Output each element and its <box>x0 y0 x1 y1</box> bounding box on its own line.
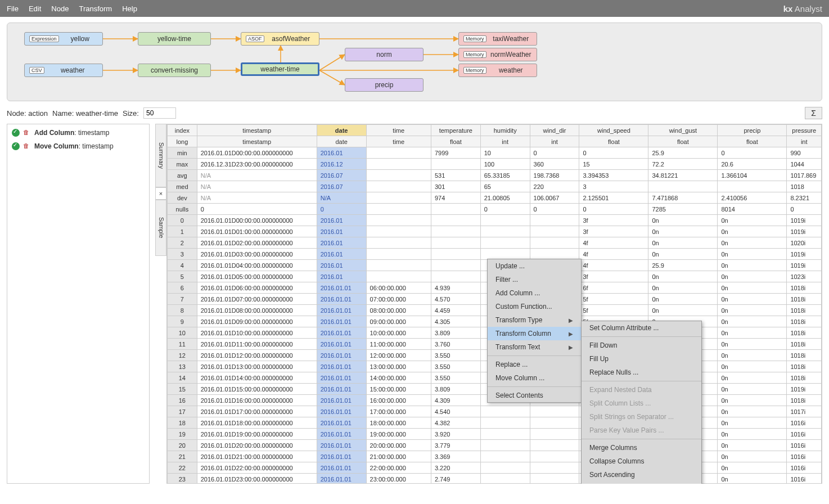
menu-item: Expand Nested Data <box>582 383 701 397</box>
menu-edit[interactable]: Edit <box>29 4 41 13</box>
graph-node-yt[interactable]: yellow-time <box>138 32 211 46</box>
table-row[interactable]: 202016.01.01D20:00:00.0000000002016.01.0… <box>168 440 822 451</box>
table-row[interactable]: 232016.01.01D23:00:00.0000000002016.01.0… <box>168 474 822 484</box>
menu-item[interactable]: Update ... <box>488 259 581 273</box>
action-row[interactable]: 🗑Add Column: timestamp <box>12 129 145 137</box>
menu-item[interactable]: Collapse Columns <box>582 454 701 468</box>
tab-summary[interactable]: Summary <box>155 124 166 187</box>
graph-node-norm[interactable]: norm <box>345 48 423 61</box>
menu-help[interactable]: Help <box>122 4 137 13</box>
graph-node-tw[interactable]: MemorytaxiWeather <box>458 32 537 46</box>
col-header-wind_dir[interactable]: wind_dir <box>530 125 579 136</box>
menu-file[interactable]: File <box>7 4 19 13</box>
chevron-right-icon: ▶ <box>569 344 573 350</box>
graph-node-nw[interactable]: MemorynormWeather <box>458 48 537 61</box>
transform-graph[interactable]: ExpressionyellowCSVweatheryellow-timecon… <box>7 22 822 101</box>
graph-node-aw[interactable]: ASOFasofWeather <box>241 32 319 46</box>
node-label: Node: action <box>7 109 48 118</box>
size-input[interactable] <box>143 107 176 119</box>
node-label: norm <box>350 51 418 58</box>
graph-node-wt[interactable]: weather-time <box>241 62 319 76</box>
col-type: float <box>648 136 718 147</box>
col-header-time[interactable]: time <box>366 125 431 136</box>
table-row[interactable]: 22016.01.01D02:00:00.0000000002016.014f0… <box>168 237 822 249</box>
node-tag: Memory <box>463 35 486 42</box>
app-logo: kx Analyst <box>783 4 822 14</box>
chevron-right-icon: ▶ <box>569 317 573 323</box>
menu-item[interactable]: Fill Down <box>582 339 701 352</box>
tab-sample[interactable]: Sample <box>155 200 166 256</box>
menu-item[interactable]: Merge Columns <box>582 441 701 454</box>
node-label: asofWeather <box>268 35 314 43</box>
col-header-wind_speed[interactable]: wind_speed <box>579 125 648 136</box>
summary-row: avgN/A2016.0753165.33185198.73683.394353… <box>168 170 822 181</box>
menu-item[interactable]: Sort Ascending <box>582 468 701 482</box>
delete-icon[interactable]: 🗑 <box>23 129 31 137</box>
menu-item: Split Column Lists ... <box>582 397 701 410</box>
node-label: yellow-time <box>143 35 206 43</box>
menu-item[interactable]: Transform Column▶ <box>488 327 581 340</box>
col-type: int <box>530 136 579 147</box>
node-label: weather-time <box>247 65 313 73</box>
node-label: precip <box>350 81 418 89</box>
column-context-menu[interactable]: Update ...Filter ...Add Column ...Custom… <box>487 259 582 403</box>
table-row[interactable]: 12016.01.01D01:00:00.0000000002016.013f0… <box>168 226 822 237</box>
sigma-button[interactable]: Σ <box>805 107 822 119</box>
menu-node[interactable]: Node <box>51 4 69 13</box>
tab-close[interactable]: × <box>155 187 166 200</box>
table-row[interactable]: 172016.01.01D17:00:00.0000000002016.01.0… <box>168 406 822 417</box>
menu-item[interactable]: Filter ... <box>488 273 581 286</box>
action-text: Add Column: timestamp <box>34 129 109 137</box>
table-row[interactable]: 182016.01.01D18:00:00.0000000002016.01.0… <box>168 417 822 429</box>
col-header-temperature[interactable]: temperature <box>431 125 480 136</box>
node-info-bar: Node: action Name: weather-time Size: Σ <box>0 105 829 124</box>
table-row[interactable]: 222016.01.01D22:00:00.0000000002016.01.0… <box>168 462 822 474</box>
col-header-pressure[interactable]: pressure <box>787 125 822 136</box>
side-tabs: Summary × Sample <box>155 124 166 484</box>
menu-item[interactable]: Transform Text▶ <box>488 340 581 354</box>
menu-transform[interactable]: Transform <box>79 4 112 13</box>
col-header-precip[interactable]: precip <box>718 125 787 136</box>
menu-item[interactable]: Sort Descending <box>582 482 701 484</box>
table-row[interactable]: 212016.01.01D21:00:00.0000000002016.01.0… <box>168 451 822 462</box>
graph-node-csv[interactable]: CSVweather <box>24 64 103 77</box>
col-type: float <box>579 136 648 147</box>
menu-item[interactable]: Custom Function... <box>488 300 581 313</box>
node-tag: CSV <box>29 67 44 74</box>
col-header-date[interactable]: date <box>317 125 366 136</box>
action-text: Move Column: timestamp <box>34 142 114 150</box>
menu-item[interactable]: Add Column ... <box>488 286 581 300</box>
col-type: date <box>317 136 366 147</box>
col-header-wind_gust[interactable]: wind_gust <box>648 125 718 136</box>
delete-icon[interactable]: 🗑 <box>23 142 31 150</box>
menu-item[interactable]: Replace Nulls ... <box>582 366 701 379</box>
table-row[interactable]: 32016.01.01D03:00:00.0000000002016.014f0… <box>168 249 822 260</box>
menu-item[interactable]: Replace ... <box>488 358 581 371</box>
col-header-timestamp[interactable]: timestamp <box>197 125 317 136</box>
graph-node-cm[interactable]: convert-missing <box>138 64 211 77</box>
menu-item[interactable]: Move Column ... <box>488 371 581 385</box>
node-label: weather <box>48 66 98 74</box>
menu-item: Split Strings on Separator ... <box>582 410 701 424</box>
table-row[interactable]: 02016.01.01D00:00:00.0000000002016.013f0… <box>168 215 822 226</box>
menu-item[interactable]: Set Column Attribute ... <box>582 321 701 335</box>
menu-item[interactable]: Select Contents <box>488 389 581 402</box>
check-icon <box>12 142 20 150</box>
graph-node-expr[interactable]: Expressionyellow <box>24 32 103 46</box>
summary-row: medN/A2016.073016522031018 <box>168 181 822 192</box>
col-header-index[interactable]: index <box>168 125 197 136</box>
col-type: long <box>168 136 197 147</box>
node-label: yellow <box>62 35 98 43</box>
table-row[interactable]: 192016.01.01D19:00:00.0000000002016.01.0… <box>168 429 822 440</box>
action-row[interactable]: 🗑Move Column: timestamp <box>12 142 145 150</box>
name-label: Name: weather-time <box>52 109 118 118</box>
menu-item[interactable]: Transform Type▶ <box>488 313 581 327</box>
menu-item[interactable]: Fill Up <box>582 352 701 366</box>
col-header-humidity[interactable]: humidity <box>480 125 530 136</box>
node-label: weather <box>490 66 532 74</box>
graph-node-wm[interactable]: Memoryweather <box>458 64 537 77</box>
svg-line-5 <box>319 55 345 70</box>
col-type: float <box>431 136 480 147</box>
graph-node-precip[interactable]: precip <box>345 78 423 92</box>
transform-column-submenu[interactable]: Set Column Attribute ...Fill DownFill Up… <box>581 321 702 484</box>
